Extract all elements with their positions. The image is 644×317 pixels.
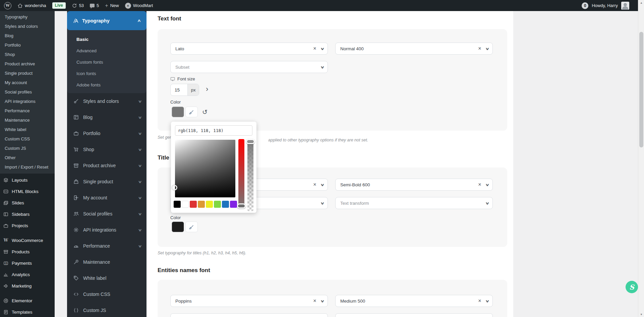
saturation-brightness-area[interactable] [175, 140, 235, 197]
palette-swatch[interactable] [230, 201, 237, 208]
wp-submenu-item-blog[interactable]: Blog [0, 31, 55, 40]
scrollbar-thumb[interactable] [639, 32, 643, 147]
chevron-down-icon[interactable]: ∨ [485, 47, 489, 51]
sidebar-item-slides[interactable]: Slides [0, 197, 55, 208]
palette-swatch[interactable] [214, 201, 221, 208]
sidebar-item-elementor[interactable]: Elementor [0, 295, 55, 306]
tab-white-label[interactable]: White label [67, 270, 147, 286]
tab-my-account[interactable]: My account ∨ [67, 190, 147, 206]
scroll-up-icon[interactable]: ▲ [638, 0, 644, 5]
entities-transform-select[interactable] [335, 313, 493, 317]
tab-social-profiles[interactable]: Social profiles ∨ [67, 206, 147, 222]
wp-submenu-item-api-integrations[interactable]: API integrations [0, 97, 55, 106]
sidebar-item-html-blocks[interactable]: HTML Blocks [0, 186, 55, 197]
wordpress-logo-icon[interactable]: W [4, 2, 11, 9]
notification-count-badge[interactable]: 0 [582, 2, 588, 9]
title-text-transform-select[interactable]: Text transform ∨ [335, 197, 493, 209]
hue-handle[interactable] [237, 203, 246, 208]
font-size-input[interactable]: 15 px [170, 84, 199, 96]
alpha-slider[interactable] [247, 139, 253, 211]
tab-blog[interactable]: Blog ∨ [67, 109, 147, 125]
title-font-weight-select[interactable]: Semi-Bold 600 ×∨ [335, 179, 493, 191]
howdy-greeting[interactable]: Howdy, Harry [592, 3, 618, 8]
eyedropper-button[interactable] [185, 107, 198, 117]
sidebar-item-templates[interactable]: Templates [0, 306, 55, 317]
tab-styles-and-colors[interactable]: Styles and colors ∨ [67, 93, 147, 109]
updates-menu[interactable]: 53 [72, 3, 84, 8]
chevron-down-icon[interactable]: ∨ [320, 65, 324, 69]
clear-icon[interactable]: × [313, 298, 316, 304]
woodmart-menu[interactable]: ▲ WoodMart [125, 3, 153, 9]
subtab-advanced[interactable]: Advanced [67, 45, 147, 56]
chevron-down-icon[interactable]: ∨ [485, 183, 489, 187]
tab-custom-js[interactable]: Custom JS [67, 302, 147, 317]
wp-submenu-item-social-profiles[interactable]: Social profiles [0, 87, 55, 97]
site-menu[interactable]: wondersha [17, 3, 46, 8]
subtab-basic[interactable]: Basic [67, 34, 147, 45]
tab-shop[interactable]: Shop ∨ [67, 141, 147, 157]
comments-menu[interactable]: 5 [90, 3, 99, 8]
wp-submenu-item-portfolio[interactable]: Portfolio [0, 40, 55, 50]
saturation-handle[interactable] [172, 185, 177, 190]
tab-product-archive[interactable]: Product archive ∨ [67, 157, 147, 174]
wp-submenu-item-white-label[interactable]: White label [0, 125, 55, 134]
color-value-input[interactable] [175, 125, 252, 136]
wp-submenu-item-performance[interactable]: Performance [0, 106, 55, 115]
sidebar-item-sidebars[interactable]: Sidebars [0, 208, 55, 220]
sidebar-item-analytics[interactable]: Analytics [0, 269, 55, 280]
chevron-down-icon[interactable]: ∨ [320, 201, 324, 205]
wp-submenu-item-other[interactable]: Other [0, 153, 55, 162]
subtab-custom-fonts[interactable]: Custom fonts [67, 56, 147, 68]
chevron-down-icon[interactable]: ∨ [320, 47, 324, 51]
wp-submenu-item-custom-css[interactable]: Custom CSS [0, 134, 55, 143]
wp-submenu-item-product-archive[interactable]: Product archive [0, 59, 55, 68]
subtab-adobe-fonts[interactable]: Adobe fonts [67, 79, 147, 90]
chevron-down-icon[interactable]: ∨ [320, 299, 324, 303]
chevron-right-icon[interactable]: › [206, 85, 208, 93]
sidebar-item-payments[interactable]: $ Payments [0, 257, 55, 269]
tab-typography[interactable]: Typography ∧ [67, 11, 147, 30]
clear-icon[interactable]: × [478, 46, 481, 51]
wp-submenu-item-my-account[interactable]: My account [0, 78, 55, 87]
text-color-swatch[interactable] [172, 107, 184, 117]
wp-submenu-item-import-export-reset[interactable]: Import / Export / Reset [0, 162, 55, 172]
alpha-handle[interactable] [246, 139, 255, 144]
font-size-value[interactable]: 15 [171, 84, 187, 96]
tab-single-product[interactable]: Single product ∨ [67, 174, 147, 190]
tab-custom-css[interactable]: Custom CSS [67, 286, 147, 302]
wp-submenu-item-custom-js[interactable]: Custom JS [0, 143, 55, 153]
wp-submenu-item-typography[interactable]: Typography [0, 12, 55, 21]
tab-portfolio[interactable]: Portfolio ∨ [67, 125, 147, 141]
palette-swatch[interactable] [182, 201, 189, 208]
palette-swatch[interactable] [198, 201, 205, 208]
text-font-subset-select[interactable]: Subset ∨ [170, 61, 328, 73]
support-chat-widget[interactable]: S [626, 281, 638, 293]
chevron-down-icon[interactable]: ∨ [320, 183, 324, 187]
sidebar-item-woocommerce[interactable]: W WooCommerce [0, 235, 55, 246]
tab-maintenance[interactable]: Maintenance [67, 254, 147, 270]
palette-swatch[interactable] [206, 201, 213, 208]
scrollbar[interactable]: ▲ ▼ [638, 0, 644, 317]
tab-performance[interactable]: Performance ∨ [67, 238, 147, 254]
clear-icon[interactable]: × [478, 182, 481, 187]
user-avatar[interactable] [621, 2, 629, 10]
scroll-down-icon[interactable]: ▼ [638, 312, 644, 317]
sidebar-item-products[interactable]: Products [0, 246, 55, 257]
wp-submenu-item-shop[interactable]: Shop [0, 50, 55, 59]
sidebar-item-layouts[interactable]: Layouts [0, 174, 55, 186]
clear-icon[interactable]: × [313, 46, 316, 51]
subtab-icon-fonts[interactable]: Icon fonts [67, 68, 147, 79]
eyedropper-button[interactable] [185, 221, 198, 232]
palette-swatch[interactable] [174, 201, 181, 208]
sidebar-item-projects[interactable]: Projects [0, 220, 55, 231]
title-color-swatch[interactable] [172, 221, 184, 232]
clear-icon[interactable]: × [478, 298, 481, 304]
wp-submenu-item-maintenance[interactable]: Maintenance [0, 115, 55, 125]
wp-submenu-item-single-product[interactable]: Single product [0, 68, 55, 78]
palette-swatch[interactable] [190, 201, 197, 208]
chevron-down-icon[interactable]: ∨ [485, 299, 489, 303]
entities-subset-select[interactable] [170, 313, 328, 317]
hue-slider[interactable] [238, 139, 244, 208]
entities-font-weight-select[interactable]: Medium 500 ×∨ [335, 295, 493, 307]
text-font-family-select[interactable]: Lato ×∨ [170, 43, 328, 55]
